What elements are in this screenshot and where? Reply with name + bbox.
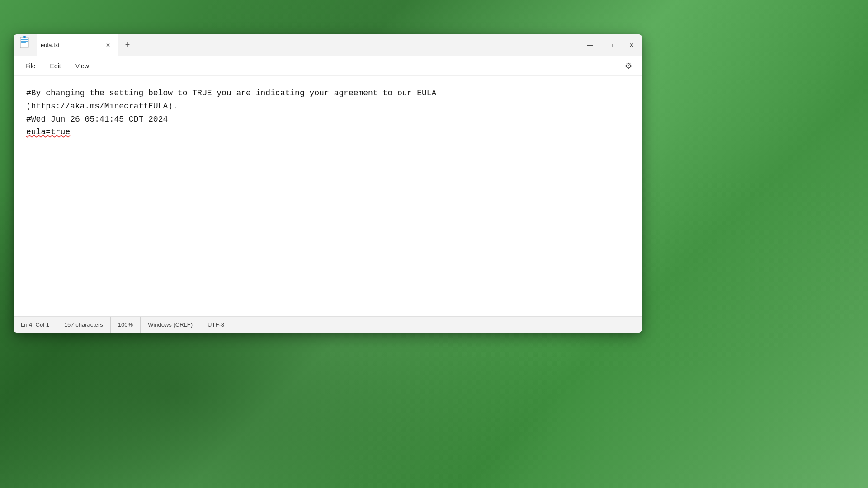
- edit-menu[interactable]: Edit: [44, 60, 67, 72]
- status-bar: Ln 4, Col 1 157 characters 100% Windows …: [14, 316, 642, 333]
- menu-bar: File Edit View ⚙: [14, 56, 642, 76]
- editor-area[interactable]: #By changing the setting below to TRUE y…: [14, 76, 642, 316]
- zoom-level: 100%: [111, 317, 141, 333]
- new-tab-button[interactable]: +: [118, 34, 137, 56]
- tab-area: eula.txt ✕ +: [14, 34, 580, 56]
- file-menu[interactable]: File: [19, 60, 42, 72]
- cursor-position: Ln 4, Col 1: [21, 317, 57, 333]
- close-button[interactable]: ✕: [621, 34, 642, 56]
- svg-rect-1: [21, 39, 28, 40]
- notepad-app-icon: [17, 34, 33, 51]
- notepad-window: eula.txt ✕ + — □ ✕ File Edit View ⚙ #By …: [14, 34, 642, 333]
- title-bar: eula.txt ✕ + — □ ✕: [14, 34, 642, 56]
- tab-title: eula.txt: [41, 42, 100, 48]
- line-ending: Windows (CRLF): [141, 317, 200, 333]
- settings-button[interactable]: ⚙: [620, 58, 637, 74]
- svg-rect-2: [21, 41, 28, 42]
- view-menu[interactable]: View: [69, 60, 95, 72]
- svg-rect-3: [21, 42, 26, 43]
- line4: eula=true: [26, 127, 70, 136]
- line1: #By changing the setting below to TRUE y…: [26, 89, 436, 98]
- line3: #Wed Jun 26 05:41:45 CDT 2024: [26, 115, 168, 124]
- svg-rect-5: [24, 36, 25, 38]
- tab-close-button[interactable]: ✕: [104, 41, 113, 50]
- editor-content: #By changing the setting below to TRUE y…: [26, 87, 629, 139]
- window-controls: — □ ✕: [580, 34, 642, 56]
- character-count: 157 characters: [57, 317, 111, 333]
- minimize-button[interactable]: —: [580, 34, 600, 56]
- maximize-button[interactable]: □: [600, 34, 621, 56]
- active-tab[interactable]: eula.txt ✕: [37, 34, 118, 56]
- menu-items: File Edit View: [19, 60, 95, 72]
- encoding: UTF-8: [200, 317, 231, 333]
- line2: (https://aka.ms/MinecraftEULA).: [26, 102, 178, 111]
